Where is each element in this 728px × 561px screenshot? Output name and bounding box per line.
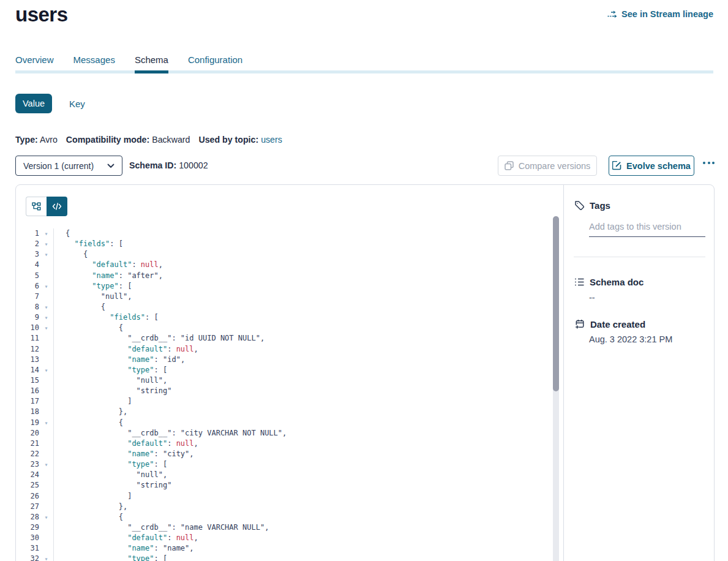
tab-messages[interactable]: Messages bbox=[73, 55, 115, 65]
fold-arrow-icon[interactable]: ▾ bbox=[39, 512, 53, 522]
gutter-line-number: 8 bbox=[16, 302, 39, 312]
code-line: 32▾ "type": [ bbox=[16, 554, 563, 561]
code-line: 22 "name": "city", bbox=[16, 449, 563, 459]
gutter-line-number: 12 bbox=[16, 344, 39, 355]
topic-link[interactable]: users bbox=[261, 135, 282, 145]
key-tab-button[interactable]: Key bbox=[69, 99, 85, 109]
schema-id: Schema ID: 100002 bbox=[129, 160, 208, 170]
gutter-line-number: 5 bbox=[16, 271, 39, 281]
fold-spacer bbox=[39, 355, 53, 365]
fold-arrow-icon[interactable]: ▾ bbox=[39, 365, 53, 375]
tags-heading: Tags bbox=[574, 200, 610, 211]
code-line: 12 "default": null, bbox=[16, 344, 563, 355]
code-line: 26 ] bbox=[16, 491, 563, 502]
tab-overview[interactable]: Overview bbox=[15, 55, 54, 65]
fold-spacer bbox=[39, 439, 53, 449]
code-line: 17 ] bbox=[16, 396, 563, 407]
compare-icon bbox=[505, 161, 514, 170]
fold-spacer bbox=[39, 491, 53, 502]
fold-spacer bbox=[39, 480, 53, 491]
value-key-toggle: Value Key bbox=[15, 94, 85, 113]
tab-configuration[interactable]: Configuration bbox=[188, 55, 242, 65]
gutter-line-number: 22 bbox=[16, 449, 39, 459]
tag-icon bbox=[574, 200, 585, 211]
fold-arrow-icon[interactable]: ▾ bbox=[39, 554, 53, 561]
evolve-schema-button[interactable]: Evolve schema bbox=[609, 156, 694, 176]
gutter-line-number: 9 bbox=[16, 312, 39, 323]
fold-arrow-icon[interactable]: ▾ bbox=[39, 312, 53, 323]
code-line: 30 "default": null, bbox=[16, 533, 563, 543]
gutter-line-number: 20 bbox=[16, 428, 39, 439]
fold-spacer bbox=[39, 449, 53, 459]
editor-view-toggle bbox=[26, 197, 67, 216]
code-line: 24 "null", bbox=[16, 470, 563, 480]
gutter-line-number: 29 bbox=[16, 522, 39, 533]
gutter-line-number: 31 bbox=[16, 543, 39, 554]
fold-spacer bbox=[39, 470, 53, 480]
type-value: Avro bbox=[40, 135, 58, 145]
gutter-line-number: 10 bbox=[16, 323, 39, 333]
compatibility-label: Compatibility mode: bbox=[66, 135, 149, 145]
stream-lineage-link[interactable]: See in Stream lineage bbox=[607, 9, 713, 19]
gutter-line-number: 2 bbox=[16, 239, 39, 249]
sidebar-divider bbox=[574, 257, 705, 257]
code-line: 13 "name": "id", bbox=[16, 355, 563, 365]
code-line: 16 "string" bbox=[16, 386, 563, 396]
value-tab-button[interactable]: Value bbox=[15, 94, 52, 113]
fold-arrow-icon[interactable]: ▾ bbox=[39, 249, 53, 260]
code-line: 11 "__crdb__": "id UUID NOT NULL", bbox=[16, 333, 563, 344]
editor-scrollbar-thumb[interactable] bbox=[553, 216, 559, 391]
code-lines: 1▾{2▾ "fields": [3▾ {4 "default": null,5… bbox=[16, 216, 563, 561]
code-line: 14▾ "type": [ bbox=[16, 365, 563, 375]
code-line: 31 "name": "name", bbox=[16, 543, 563, 554]
code-line: 10▾ { bbox=[16, 323, 563, 333]
fold-arrow-icon[interactable]: ▾ bbox=[39, 459, 53, 470]
tree-view-button[interactable] bbox=[26, 197, 47, 216]
gutter-line-number: 18 bbox=[16, 407, 39, 417]
gutter-line-number: 3 bbox=[16, 249, 39, 260]
schema-code-editor[interactable]: 1▾{2▾ "fields": [3▾ {4 "default": null,5… bbox=[16, 216, 563, 561]
add-tags-input[interactable] bbox=[589, 222, 705, 237]
editor-scrollbar[interactable] bbox=[553, 216, 559, 561]
gutter-line-number: 30 bbox=[16, 533, 39, 543]
compare-versions-button[interactable]: Compare versions bbox=[498, 156, 597, 176]
fold-spacer bbox=[39, 386, 53, 396]
fold-arrow-icon[interactable]: ▾ bbox=[39, 228, 53, 239]
page-title: users bbox=[15, 3, 68, 26]
gutter-line-number: 26 bbox=[16, 491, 39, 502]
code-view-button[interactable] bbox=[47, 197, 67, 216]
code-line: 20 "__crdb__": "city VARCHAR NOT NULL", bbox=[16, 428, 563, 439]
fold-arrow-icon[interactable]: ▾ bbox=[39, 302, 53, 312]
gutter-line-number: 24 bbox=[16, 470, 39, 480]
code-line: 18 }, bbox=[16, 407, 563, 417]
fold-arrow-icon[interactable]: ▾ bbox=[39, 418, 53, 428]
code-line: 21 "default": null, bbox=[16, 439, 563, 449]
tree-view-icon bbox=[32, 202, 41, 211]
fold-spacer bbox=[39, 407, 53, 417]
gutter-line-number: 6 bbox=[16, 281, 39, 292]
version-toolbar: Version 1 (current) Schema ID: 100002 Co… bbox=[0, 156, 728, 176]
tab-bar: Overview Messages Schema Configuration bbox=[15, 55, 242, 65]
gutter-line-number: 27 bbox=[16, 502, 39, 512]
code-line: 2▾ "fields": [ bbox=[16, 239, 563, 249]
code-line: 27 }, bbox=[16, 502, 563, 512]
fold-arrow-icon[interactable]: ▾ bbox=[39, 323, 53, 333]
tab-schema[interactable]: Schema bbox=[135, 55, 168, 65]
active-tab-indicator bbox=[135, 70, 168, 73]
fold-spacer bbox=[39, 292, 53, 302]
fold-spacer bbox=[39, 333, 53, 344]
fold-spacer bbox=[39, 396, 53, 407]
tab-track bbox=[15, 70, 713, 73]
stream-lineage-icon bbox=[607, 10, 618, 19]
code-line: 15 "null", bbox=[16, 375, 563, 386]
fold-spacer bbox=[39, 522, 53, 533]
more-actions-button[interactable] bbox=[703, 162, 715, 164]
date-created-value: Aug. 3 2022 3:21 PM bbox=[589, 334, 672, 344]
fold-arrow-icon[interactable]: ▾ bbox=[39, 239, 53, 249]
gutter-line-number: 16 bbox=[16, 386, 39, 396]
version-select[interactable]: Version 1 (current) bbox=[15, 156, 122, 176]
code-line: 4 "default": null, bbox=[16, 260, 563, 270]
code-line: 3▾ { bbox=[16, 249, 563, 260]
fold-spacer bbox=[39, 428, 53, 439]
fold-arrow-icon[interactable]: ▾ bbox=[39, 281, 53, 292]
